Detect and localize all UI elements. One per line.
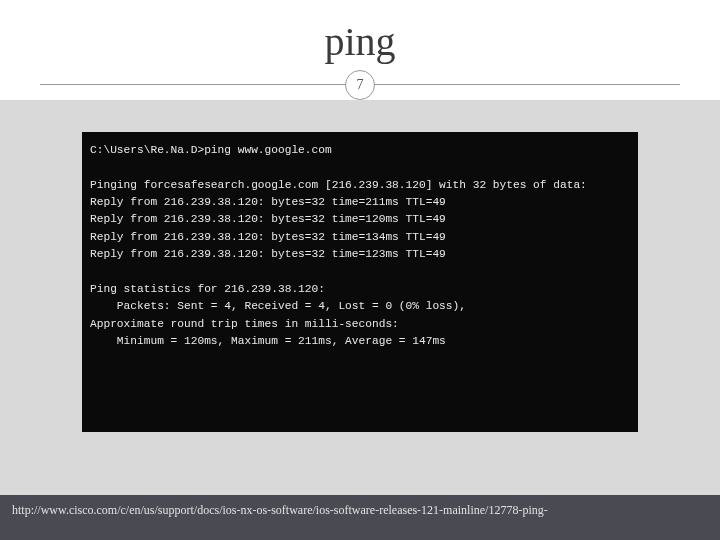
- terminal-prompt: C:\Users\Re.Na.D>ping www.google.com: [90, 144, 332, 156]
- footer-url: http://www.cisco.com/c/en/us/support/doc…: [12, 503, 548, 517]
- terminal-screenshot: C:\Users\Re.Na.D>ping www.google.com Pin…: [82, 132, 638, 432]
- terminal-reply: Reply from 216.239.38.120: bytes=32 time…: [90, 231, 446, 243]
- slide: ping 7 C:\Users\Re.Na.D>ping www.google.…: [0, 0, 720, 540]
- footer-bar: http://www.cisco.com/c/en/us/support/doc…: [0, 495, 720, 540]
- page-number-badge: 7: [345, 70, 375, 100]
- header-region: ping 7: [0, 0, 720, 100]
- terminal-reply: Reply from 216.239.38.120: bytes=32 time…: [90, 196, 446, 208]
- body-region: C:\Users\Re.Na.D>ping www.google.com Pin…: [0, 100, 720, 495]
- terminal-reply: Reply from 216.239.38.120: bytes=32 time…: [90, 213, 446, 225]
- terminal-approx: Approximate round trip times in milli-se…: [90, 318, 399, 330]
- terminal-stats-header: Ping statistics for 216.239.38.120:: [90, 283, 325, 295]
- terminal-packets: Packets: Sent = 4, Received = 4, Lost = …: [90, 300, 466, 312]
- terminal-reply: Reply from 216.239.38.120: bytes=32 time…: [90, 248, 446, 260]
- terminal-pinging: Pinging forcesafesearch.google.com [216.…: [90, 179, 587, 191]
- slide-title: ping: [0, 0, 720, 65]
- terminal-minmax: Minimum = 120ms, Maximum = 211ms, Averag…: [90, 335, 446, 347]
